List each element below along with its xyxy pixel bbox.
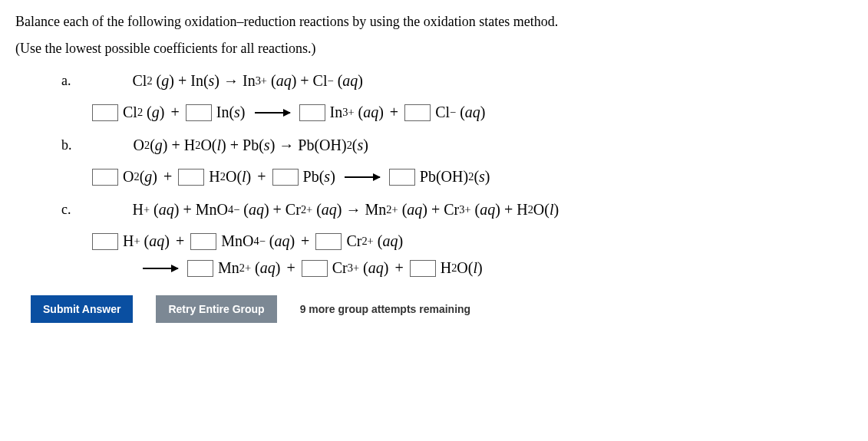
- coef-c-h2o[interactable]: [410, 260, 436, 277]
- term-b-pb: Pb(s): [303, 168, 335, 186]
- term-c-mno4: MnO4− (aq): [221, 232, 295, 250]
- equation-b-given: O2(g) + H2O(l) + Pb(s) → Pb(OH)2(s): [134, 137, 368, 154]
- coef-a-in3[interactable]: [299, 104, 325, 121]
- plus-icon: +: [163, 168, 172, 186]
- button-row: Submit Answer Retry Entire Group 9 more …: [31, 295, 853, 323]
- equation-c-given: H+ (aq) + MnO4− (aq) + Cr2+ (aq) → Mn2+ …: [133, 201, 559, 219]
- term-c-cr3: Cr3+ (aq): [332, 259, 389, 277]
- coef-b-h2o[interactable]: [178, 169, 204, 186]
- term-a-in: In(s): [216, 104, 246, 121]
- instruction-text: Balance each of the following oxidation–…: [15, 14, 853, 30]
- submit-button[interactable]: Submit Answer: [31, 295, 133, 323]
- term-a-cl2: Cl2 (g): [123, 104, 164, 121]
- arrow-icon: [345, 176, 380, 178]
- problem-a: a. Cl2 (g) + In(s) → In3+ (aq) + Cl− (aq…: [61, 72, 853, 121]
- plus-icon: +: [170, 104, 179, 121]
- term-c-mn2: Mn2+ (aq): [218, 259, 280, 277]
- coef-b-pb[interactable]: [272, 169, 299, 186]
- coef-a-in[interactable]: [186, 104, 212, 121]
- term-b-o2: O2(g): [123, 168, 157, 186]
- problem-b: b. O2(g) + H2O(l) + Pb(s) → Pb(OH)2(s) O…: [61, 137, 853, 186]
- attempts-remaining: 9 more group attempts remaining: [300, 303, 470, 315]
- term-c-h: H+ (aq): [123, 232, 170, 250]
- part-label-b: b.: [61, 137, 72, 153]
- term-c-h2o: H2O(l): [441, 259, 483, 277]
- coef-a-cl2[interactable]: [92, 104, 118, 121]
- plus-icon: +: [394, 259, 403, 277]
- coef-c-mn2[interactable]: [187, 260, 213, 277]
- coef-c-cr3[interactable]: [302, 260, 328, 277]
- retry-button[interactable]: Retry Entire Group: [156, 295, 276, 323]
- plus-icon: +: [301, 232, 309, 250]
- equation-a-input: Cl2 (g) + In(s) In3+ (aq) + Cl− (aq): [92, 104, 853, 121]
- equation-a-given: Cl2 (g) + In(s) → In3+ (aq) + Cl− (aq): [133, 72, 363, 90]
- coef-c-cr2[interactable]: [315, 233, 342, 250]
- equation-c-input: H+ (aq) + MnO4− (aq) + Cr2+ (aq) Mn2+ (a…: [92, 232, 853, 277]
- term-c-cr2: Cr2+ (aq): [346, 232, 403, 250]
- problem-c: c. H+ (aq) + MnO4− (aq) + Cr2+ (aq) → Mn…: [61, 201, 853, 277]
- plus-icon: +: [176, 232, 184, 250]
- arrow-icon: [255, 112, 290, 114]
- hint-text: (Use the lowest possible coefficients fo…: [15, 41, 853, 57]
- coef-b-o2[interactable]: [92, 169, 118, 186]
- part-label-a: a.: [61, 73, 71, 89]
- equation-b-input: O2(g) + H2O(l) + Pb(s) Pb(OH)2(s): [92, 168, 853, 186]
- term-b-pboh2: Pb(OH)2(s): [420, 168, 490, 186]
- coef-b-pboh2[interactable]: [389, 169, 415, 186]
- term-a-cl: Cl− (aq): [435, 104, 485, 121]
- coef-c-mno4[interactable]: [190, 233, 216, 250]
- arrow-icon: [143, 268, 178, 269]
- plus-icon: +: [286, 259, 295, 277]
- coef-c-h[interactable]: [92, 233, 118, 250]
- coef-a-cl[interactable]: [404, 104, 431, 121]
- plus-icon: +: [390, 104, 398, 121]
- plus-icon: +: [257, 168, 266, 186]
- term-a-in3: In3+ (aq): [330, 104, 384, 121]
- term-b-h2o: H2O(l): [209, 168, 251, 186]
- part-label-c: c.: [61, 202, 71, 218]
